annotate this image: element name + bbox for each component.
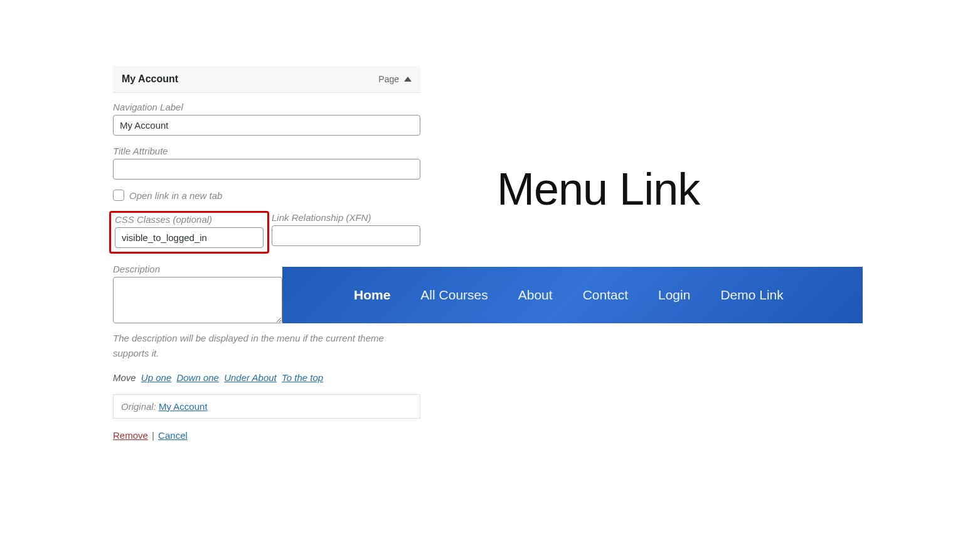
new-tab-label: Open link in a new tab	[129, 190, 222, 201]
remove-cancel-row: Remove | Cancel	[113, 430, 420, 441]
original-label: Original:	[121, 401, 156, 412]
menu-item-type-label: Page	[378, 74, 399, 84]
nav-demo-link[interactable]: Demo Link	[705, 288, 798, 303]
nav-all-courses[interactable]: All Courses	[405, 288, 503, 303]
nav-login[interactable]: Login	[643, 288, 705, 303]
navigation-label-label: Navigation Label	[113, 102, 420, 112]
nav-about[interactable]: About	[503, 288, 568, 303]
xfn-input[interactable]	[272, 225, 420, 246]
title-attribute-field: Title Attribute	[113, 146, 420, 180]
original-box: Original: My Account	[113, 394, 420, 419]
nav-home[interactable]: Home	[339, 288, 405, 303]
navigation-label-input[interactable]	[113, 115, 420, 136]
css-classes-highlight: CSS Classes (optional)	[109, 211, 269, 254]
move-under-about[interactable]: Under About	[224, 372, 277, 383]
menu-item-type: Page	[378, 74, 412, 84]
original-link[interactable]: My Account	[159, 401, 208, 412]
move-row: Move Up one Down one Under About To the …	[113, 372, 420, 383]
move-up-one[interactable]: Up one	[141, 372, 171, 383]
title-attribute-input[interactable]	[113, 159, 420, 180]
menu-item-panel: My Account Page Navigation Label Title A…	[113, 66, 420, 449]
menu-item-header[interactable]: My Account Page	[113, 66, 420, 93]
remove-link[interactable]: Remove	[113, 430, 148, 441]
move-label: Move	[113, 372, 136, 383]
new-tab-checkbox[interactable]	[113, 190, 124, 201]
preview-navbar: Home All Courses About Contact Login Dem…	[282, 267, 863, 323]
new-tab-field: Open link in a new tab	[113, 190, 420, 201]
move-down-one[interactable]: Down one	[176, 372, 219, 383]
move-to-top[interactable]: To the top	[282, 372, 323, 383]
xfn-field: Link Relationship (XFN)	[272, 211, 420, 254]
css-classes-input[interactable]	[115, 227, 264, 248]
description-textarea[interactable]	[113, 277, 282, 323]
annotation-title: Menu Link	[497, 163, 700, 215]
navigation-label-field: Navigation Label	[113, 102, 420, 136]
separator: |	[152, 430, 157, 441]
title-attribute-label: Title Attribute	[113, 146, 420, 156]
menu-item-title: My Account	[122, 73, 178, 85]
description-help: The description will be displayed in the…	[113, 331, 420, 361]
css-classes-label: CSS Classes (optional)	[115, 214, 264, 225]
nav-contact[interactable]: Contact	[568, 288, 643, 303]
css-xfn-row: CSS Classes (optional) Link Relationship…	[113, 211, 420, 254]
collapse-icon[interactable]	[404, 77, 412, 82]
xfn-label: Link Relationship (XFN)	[272, 212, 420, 223]
cancel-link[interactable]: Cancel	[158, 430, 188, 441]
